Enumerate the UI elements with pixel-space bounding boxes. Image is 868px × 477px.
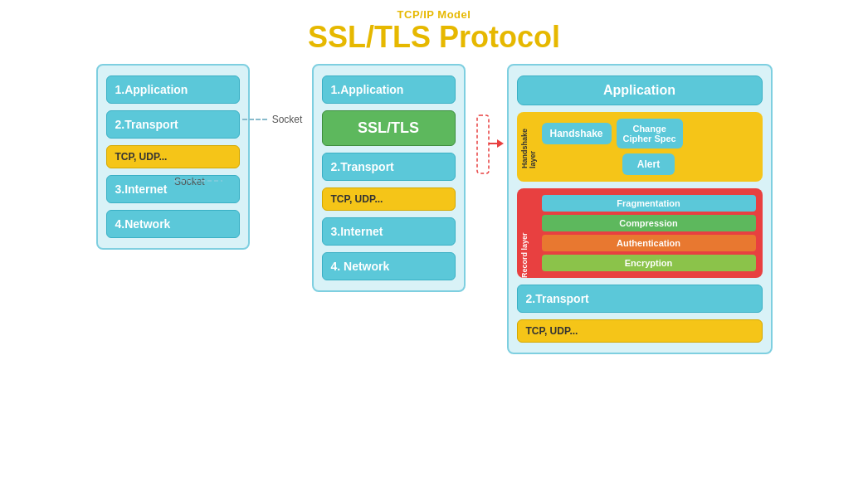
mid-ssl: SSL/TLS — [322, 110, 456, 146]
encryption-stripe: Encryption — [542, 255, 756, 271]
compression-stripe: Compression — [542, 215, 756, 231]
right-tcp: TCP, UDP... — [517, 319, 763, 343]
svg-rect-0 — [477, 115, 489, 173]
right-panel: Application Handshake layer Handshake Ch… — [507, 64, 773, 354]
mid-layer-3: 3.Internet — [322, 217, 456, 246]
left-tcp: TCP, UDP... — [106, 145, 240, 168]
left-layer-1: 1.Application — [106, 75, 240, 104]
alert-row: Alert — [542, 153, 756, 175]
alert-box: Alert — [622, 153, 675, 175]
connector-left-mid: Socket — [250, 64, 295, 125]
mid-layer-1: 1.Application — [322, 75, 456, 104]
left-layer-4: 4.Network — [106, 210, 240, 238]
right-app-label: Application — [517, 75, 763, 105]
socket-label: Socket — [272, 114, 303, 125]
mid-layer-4: 4. Network — [322, 252, 456, 280]
dashed-arrow-svg — [475, 114, 504, 188]
left-layer-2: 2.Transport — [106, 110, 240, 139]
cipher-spec-box: ChangeCipher Spec — [617, 119, 683, 148]
handshake-inner: Handshake ChangeCipher Spec Alert — [542, 119, 756, 175]
authentication-stripe: Authentication — [542, 235, 756, 251]
fragmentation-stripe: Fragmentation — [542, 195, 756, 212]
handshake-layer-label: Handshake layer — [520, 112, 537, 168]
left-layer-3: 3.Internet — [106, 175, 240, 203]
record-layer-label: Record layer — [520, 188, 529, 278]
dashed-connector — [242, 119, 267, 120]
connector-mid-right — [482, 64, 507, 155]
handshake-area: Handshake layer Handshake ChangeCipher S… — [517, 112, 763, 182]
handshake-row: Handshake ChangeCipher Spec — [542, 119, 756, 148]
mid-panel: 1.Application SSL/TLS 2.Transport TCP, U… — [312, 64, 466, 292]
left-panel: 1.Application 2.Transport TCP, UDP... 3.… — [96, 64, 250, 250]
record-area: Record layer Fragmentation Compression A… — [517, 188, 763, 278]
subtitle: TCP/IP Model — [308, 8, 560, 21]
diagrams-row: 1.Application 2.Transport TCP, UDP... 3.… — [17, 64, 851, 354]
right-transport: 2.Transport — [517, 285, 763, 313]
svg-marker-2 — [497, 139, 504, 148]
mid-layer-2: 2.Transport — [322, 153, 456, 181]
title-area: TCP/IP Model SSL/TLS Protocol — [308, 8, 560, 54]
handshake-box: Handshake — [542, 123, 612, 144]
main-title: SSL/TLS Protocol — [308, 21, 560, 54]
mid-tcp: TCP, UDP... — [322, 187, 456, 211]
